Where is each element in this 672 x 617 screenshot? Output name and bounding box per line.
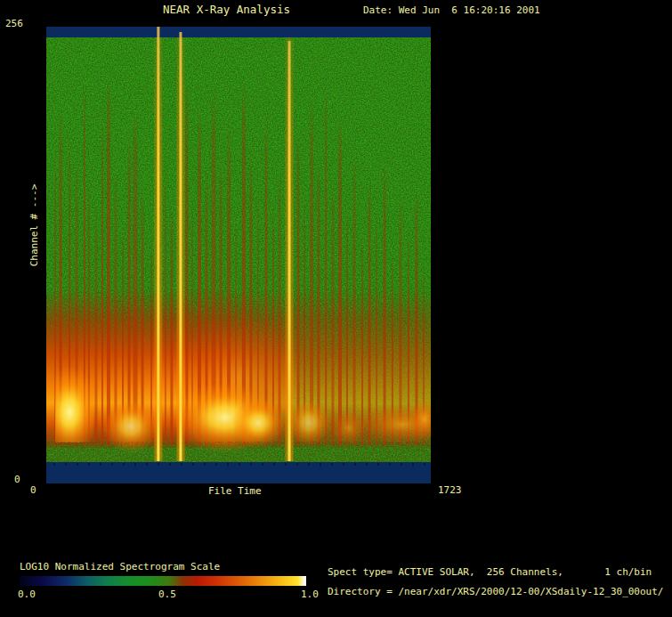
page-title: NEAR X-Ray Analysis [163,4,290,15]
spectrogram-image [46,27,431,483]
x-axis-label: File Time [208,486,262,497]
spectrogram-plot [46,27,431,483]
spect-type-info: Spect type= ACTIVE SOLAR, 256 Channels, … [328,567,652,578]
directory-info: Directory = /near/xdr/XRS/2000/12-00/XSd… [328,587,664,597]
colorbar-tick-1: 1.0 [301,589,319,600]
colorbar-tick-0: 0.0 [18,589,36,600]
y-axis-label: Channel # ---> [28,184,40,267]
x-axis-max-tick: 1723 [438,485,462,496]
y-axis-min-tick: 0 [14,475,20,485]
near-xray-analysis-window: NEAR X-Ray Analysis Date: Wed Jun 6 16:2… [0,0,672,617]
colorbar-tick-05: 0.5 [158,589,176,600]
colorbar-title: LOG10 Normalized Spectrogram Scale [20,562,220,572]
y-axis-max-tick: 256 [5,19,23,29]
x-axis-min-tick: 0 [30,485,36,496]
date-label: Date: Wed Jun 6 16:20:16 2001 [363,5,540,16]
colorbar-gradient [20,576,306,586]
